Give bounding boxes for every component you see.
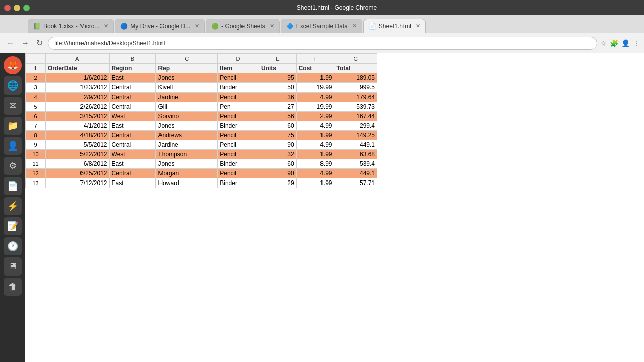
cell-total-3[interactable]: 999.5 — [334, 83, 377, 93]
col-header-e[interactable]: E — [259, 54, 296, 64]
cell-rep-2[interactable]: Jones — [156, 73, 218, 83]
cell-item-3[interactable]: Binder — [218, 83, 259, 93]
tab-close-mydrive[interactable]: ✕ — [195, 23, 199, 29]
cell-date-5[interactable]: 2/26/2012 — [46, 102, 110, 112]
sidebar-icon-notes[interactable]: 📝 — [4, 217, 22, 235]
cell-item-9[interactable]: Pencil — [218, 140, 259, 150]
cell-total-7[interactable]: 299.4 — [334, 121, 377, 131]
cell-cost-7[interactable]: 4.99 — [296, 121, 334, 131]
header-rep[interactable]: Rep — [156, 64, 218, 73]
tab-close-exceldata[interactable]: ✕ — [352, 23, 357, 29]
cell-units-11[interactable]: 60 — [259, 159, 296, 169]
cell-item-2[interactable]: Pencil — [218, 73, 259, 83]
sidebar-icon-mail[interactable]: ✉ — [4, 97, 22, 115]
cell-region-2[interactable]: East — [109, 73, 156, 83]
cell-region-13[interactable]: East — [109, 178, 156, 188]
cell-total-6[interactable]: 167.44 — [334, 112, 377, 121]
col-header-c[interactable]: C — [156, 54, 218, 64]
maximize-button[interactable] — [23, 5, 30, 11]
tab-close-book1[interactable]: ✕ — [104, 23, 108, 29]
cell-date-6[interactable]: 3/15/2012 — [46, 112, 110, 121]
tab-book1[interactable]: 📗 Book 1.xlsx - Micro... ✕ — [28, 19, 114, 33]
cell-rep-6[interactable]: Sorvino — [156, 112, 218, 121]
cell-item-11[interactable]: Binder — [218, 159, 259, 169]
cell-item-7[interactable]: Binder — [218, 121, 259, 131]
cell-date-10[interactable]: 5/22/2012 — [46, 150, 110, 159]
cell-units-2[interactable]: 95 — [259, 73, 296, 83]
cell-region-4[interactable]: Central — [109, 93, 156, 102]
cell-units-5[interactable]: 27 — [259, 102, 296, 112]
cell-date-9[interactable]: 5/5/2012 — [46, 140, 110, 150]
cell-region-5[interactable]: Central — [109, 102, 156, 112]
tab-close-sheets[interactable]: ✕ — [270, 23, 274, 29]
header-total[interactable]: Total — [334, 64, 377, 73]
cell-date-4[interactable]: 2/9/2012 — [46, 93, 110, 102]
cell-total-4[interactable]: 179.64 — [334, 93, 377, 102]
cell-rep-7[interactable]: Jones — [156, 121, 218, 131]
cell-rep-11[interactable]: Jones — [156, 159, 218, 169]
cell-cost-4[interactable]: 4.99 — [296, 93, 334, 102]
cell-total-8[interactable]: 149.25 — [334, 131, 377, 140]
cell-item-8[interactable]: Pencil — [218, 131, 259, 140]
cell-date-11[interactable]: 6/8/2012 — [46, 159, 110, 169]
window-controls[interactable] — [4, 5, 30, 11]
cell-item-12[interactable]: Pencil — [218, 169, 259, 178]
cell-cost-9[interactable]: 4.99 — [296, 140, 334, 150]
cell-date-13[interactable]: 7/12/2012 — [46, 178, 110, 188]
cell-cost-8[interactable]: 1.99 — [296, 131, 334, 140]
tab-mydrive[interactable]: 🔵 My Drive - Google D... ✕ — [115, 19, 205, 33]
cell-units-3[interactable]: 50 — [259, 83, 296, 93]
cell-cost-2[interactable]: 1.99 — [296, 73, 334, 83]
cell-cost-12[interactable]: 4.99 — [296, 169, 334, 178]
cell-item-6[interactable]: Pencil — [218, 112, 259, 121]
cell-rep-10[interactable]: Thompson — [156, 150, 218, 159]
cell-date-12[interactable]: 6/25/2012 — [46, 169, 110, 178]
cell-region-3[interactable]: Central — [109, 83, 156, 93]
cell-rep-8[interactable]: Andrews — [156, 131, 218, 140]
cell-total-2[interactable]: 189.05 — [334, 73, 377, 83]
sidebar-icon-settings[interactable]: ⚙ — [4, 157, 22, 175]
sidebar-icon-globe[interactable]: 🌐 — [4, 76, 22, 95]
cell-region-10[interactable]: West — [109, 150, 156, 159]
cell-units-7[interactable]: 60 — [259, 121, 296, 131]
cell-rep-9[interactable]: Jardine — [156, 140, 218, 150]
cell-rep-4[interactable]: Jardine — [156, 93, 218, 102]
cell-item-5[interactable]: Pen — [218, 102, 259, 112]
header-units[interactable]: Units — [259, 64, 296, 73]
col-header-b[interactable]: B — [109, 54, 156, 64]
header-orderdate[interactable]: OrderDate — [46, 64, 110, 73]
cell-cost-3[interactable]: 19.99 — [296, 83, 334, 93]
sidebar-icon-lightning[interactable]: ⚡ — [4, 197, 22, 215]
cell-date-7[interactable]: 4/1/2012 — [46, 121, 110, 131]
account-icon[interactable]: 👤 — [621, 39, 630, 47]
cell-total-12[interactable]: 449.1 — [334, 169, 377, 178]
close-button[interactable] — [4, 5, 11, 11]
tab-close-sheet1[interactable]: ✕ — [416, 23, 420, 29]
minimize-button[interactable] — [14, 5, 20, 11]
cell-total-5[interactable]: 539.73 — [334, 102, 377, 112]
cell-units-8[interactable]: 75 — [259, 131, 296, 140]
header-item[interactable]: Item — [218, 64, 259, 73]
cell-date-3[interactable]: 1/23/2012 — [46, 83, 110, 93]
cell-total-11[interactable]: 539.4 — [334, 159, 377, 169]
cell-total-13[interactable]: 57.71 — [334, 178, 377, 188]
sidebar-icon-firefox[interactable]: 🦊 — [4, 56, 22, 74]
cell-region-8[interactable]: Central — [109, 131, 156, 140]
cell-date-8[interactable]: 4/18/2012 — [46, 131, 110, 140]
cell-rep-3[interactable]: Kivell — [156, 83, 218, 93]
back-button[interactable]: ← — [4, 38, 16, 49]
cell-units-13[interactable]: 29 — [259, 178, 296, 188]
cell-region-11[interactable]: East — [109, 159, 156, 169]
tab-sheets[interactable]: 🟢 - Google Sheets ✕ — [206, 19, 280, 33]
cell-region-12[interactable]: Central — [109, 169, 156, 178]
cell-units-10[interactable]: 32 — [259, 150, 296, 159]
col-header-g[interactable]: G — [334, 54, 377, 64]
cell-cost-11[interactable]: 8.99 — [296, 159, 334, 169]
cell-rep-12[interactable]: Morgan — [156, 169, 218, 178]
cell-item-4[interactable]: Pencil — [218, 93, 259, 102]
menu-icon[interactable]: ⋮ — [633, 39, 640, 47]
col-header-a[interactable]: A — [46, 54, 110, 64]
sidebar-icon-folder[interactable]: 📁 — [4, 117, 22, 135]
cell-units-9[interactable]: 90 — [259, 140, 296, 150]
extension-icon[interactable]: 🧩 — [610, 39, 618, 47]
